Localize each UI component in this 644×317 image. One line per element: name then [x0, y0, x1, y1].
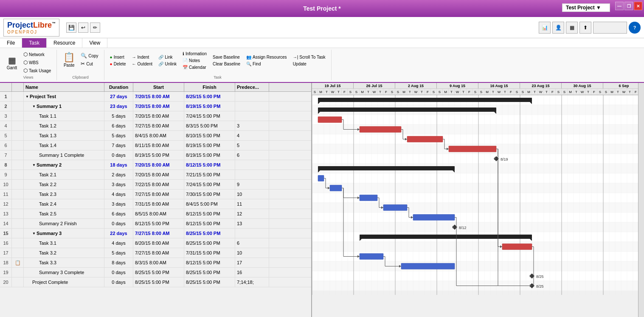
table-row[interactable]: 14 Summary 2 Finish 0 days 8/12/15 5:00 … [0, 219, 311, 229]
information-button[interactable]: ℹ Information [180, 51, 209, 57]
save-quick-button[interactable]: 💾 [66, 23, 76, 33]
table-row[interactable]: 6 Task 1.4 7 days 8/11/15 8:00 AM 8/19/1… [0, 141, 311, 150]
cut-button[interactable]: ✂ Cut [79, 60, 100, 68]
cell-finish: 8/10/15 5:00 PM [184, 131, 235, 140]
cell-start: 7/27/15 8:00 AM [133, 229, 184, 238]
cell-icon [12, 248, 24, 258]
cell-duration: 3 days [104, 180, 133, 189]
table-row[interactable]: 4 Task 1.2 6 days 7/27/15 8:00 AM 8/3/15… [0, 121, 311, 131]
cell-start: 7/20/15 8:00 AM [133, 92, 184, 101]
cell-start: 8/20/15 8:00 AM [133, 238, 184, 248]
wbs-view-button[interactable]: ⬡ WBS [21, 59, 53, 66]
table-row[interactable]: 7 Summary 1 Complete 0 days 8/19/15 5:00… [0, 150, 311, 160]
notes-button[interactable]: 📄 Notes [180, 57, 209, 64]
cell-finish: 8/12/15 5:00 PM [184, 258, 235, 267]
table-row[interactable]: 9 Task 2.1 2 days 7/20/15 8:00 AM 7/21/1… [0, 170, 311, 180]
cell-icon [12, 150, 24, 160]
assign-resources-button[interactable]: 👥 Assign Resources [244, 54, 289, 60]
scroll-to-task-button[interactable]: →| Scroll To Task [291, 54, 328, 60]
col-header-icon [12, 83, 24, 91]
table-row[interactable]: 10 Task 2.2 3 days 7/22/15 8:00 AM 7/24/… [0, 180, 311, 190]
cell-pred [235, 170, 269, 179]
restore-button[interactable]: ❐ [624, 2, 633, 10]
cell-name: ▼ Summary 2 [24, 160, 104, 170]
table-row[interactable]: 15 ▼ Summary 3 22 days 7/27/15 8:00 AM 8… [0, 229, 311, 238]
cell-icon [12, 121, 24, 130]
cell-start: 7/20/15 8:00 AM [133, 111, 184, 121]
network-view-button[interactable]: ⬡ Network [21, 51, 53, 58]
gantt-chart: 19 Jul 1526 Jul 152 Aug 159 Aug 1516 Aug… [312, 83, 644, 317]
svg-rect-18 [312, 271, 644, 281]
tab-task[interactable]: Task [22, 38, 47, 48]
tab-view[interactable]: View [82, 38, 107, 48]
undo-button[interactable]: ↩ [78, 23, 88, 33]
table-row[interactable]: 2 ▼ Summary 1 23 days 7/20/15 8:00 AM 8/… [0, 102, 311, 111]
gantt-view-button[interactable]: ▦ Gantt [3, 54, 20, 71]
table-row[interactable]: 18 📋 Task 3.3 8 days 8/3/15 8:00 AM 8/12… [0, 258, 311, 268]
svg-rect-95 [413, 215, 455, 221]
svg-text:8/25: 8/25 [536, 275, 544, 279]
table-row[interactable]: 5 Task 1.3 5 days 8/4/15 8:00 AM 8/10/15… [0, 131, 311, 141]
cell-name: Task 3.2 [24, 248, 104, 258]
svg-rect-98 [360, 235, 532, 239]
cell-finish: 8/12/15 5:00 PM [184, 160, 235, 170]
cell-start: 8/4/15 8:00 AM [133, 131, 184, 140]
copy-button[interactable]: 🔍 Copy [79, 52, 100, 59]
unlink-button[interactable]: 🔗 Unlink [156, 61, 179, 67]
cell-icon [12, 111, 24, 121]
search-field[interactable] [593, 22, 627, 34]
table-row[interactable]: 13 Task 2.5 6 days 8/5/15 8:00 AM 8/12/1… [0, 209, 311, 219]
table-row[interactable]: 1 ▼ Project Test 27 days 7/20/15 8:00 AM… [0, 92, 311, 102]
clear-baseline-button[interactable]: Clear Baseline [211, 61, 242, 67]
table-row[interactable]: 19 Summary 3 Complete 0 days 8/25/15 5:0… [0, 268, 311, 277]
tab-resource[interactable]: Resource [47, 38, 82, 48]
table-row[interactable]: 12 Task 2.4 3 days 7/31/15 8:00 AM 8/4/1… [0, 199, 311, 209]
find-button[interactable]: 🔍 Find [244, 61, 289, 67]
chart-icon-btn[interactable]: 📊 [539, 22, 551, 34]
table-row[interactable]: 8 ▼ Summary 2 18 days 7/20/15 8:00 AM 8/… [0, 160, 311, 170]
person-icon-btn[interactable]: 👤 [552, 22, 564, 34]
cell-num: 17 [0, 248, 12, 258]
cell-icon [12, 209, 24, 218]
cell-num: 8 [0, 160, 12, 170]
help-button[interactable]: ? [629, 22, 641, 34]
table-row[interactable]: 3 Task 1.1 5 days 7/20/15 8:00 AM 7/24/1… [0, 111, 311, 121]
export-icon-btn[interactable]: ⬆ [579, 22, 591, 34]
tab-file[interactable]: File [0, 38, 22, 48]
quick-access-toolbar: 💾 ↩ ✏ [66, 23, 100, 33]
gantt-scrollbar[interactable] [638, 83, 644, 317]
indent-button[interactable]: → Indent [130, 54, 155, 60]
cell-icon [12, 141, 24, 150]
table-row[interactable]: 17 Task 3.2 5 days 7/27/15 8:00 AM 7/31/… [0, 248, 311, 258]
cell-finish: 8/25/15 5:00 PM [184, 238, 235, 248]
app-logo: ProjectLibre™ OPENPROJ [3, 19, 59, 37]
table-row[interactable]: 20 Project Complete 0 days 8/25/15 5:00 … [0, 277, 311, 287]
redo-button[interactable]: ✏ [90, 23, 100, 33]
cell-num: 5 [0, 131, 12, 140]
task-usage-button[interactable]: ⬡ Task Usage [21, 67, 53, 74]
link-button[interactable]: 🔗 Link [156, 54, 179, 60]
update-button[interactable]: Update [291, 61, 328, 67]
grid-icon-btn[interactable]: ▦ [566, 22, 578, 34]
cell-pred: 6 [235, 150, 269, 160]
project-selector[interactable]: Test Project ▼ [562, 3, 610, 12]
cell-finish: 8/25/15 5:00 PM [184, 229, 235, 238]
outdent-button[interactable]: ← Outdent [130, 61, 155, 67]
delete-button[interactable]: ● Delete [108, 61, 128, 67]
cell-finish: 8/25/15 5:00 PM [184, 268, 235, 277]
cell-start: 8/19/15 5:00 PM [133, 150, 184, 160]
table-row[interactable]: 16 Task 3.1 4 days 8/20/15 8:00 AM 8/25/… [0, 238, 311, 248]
cell-name: ▼ Summary 1 [24, 102, 104, 111]
save-baseline-button[interactable]: Save Baseline [211, 54, 242, 60]
minimize-button[interactable]: — [615, 2, 624, 10]
paste-button[interactable]: 📋 Paste [60, 51, 78, 69]
calendar-button[interactable]: 📅 Calendar [180, 64, 209, 71]
insert-button[interactable]: ● Insert [108, 54, 128, 60]
svg-text:8/25: 8/25 [536, 284, 544, 289]
cell-duration: 27 days [104, 92, 133, 101]
cell-pred: 16 [235, 268, 269, 277]
cell-pred [235, 229, 269, 238]
cell-num: 12 [0, 199, 12, 209]
table-row[interactable]: 11 Task 2.3 4 days 7/27/15 8:00 AM 7/30/… [0, 190, 311, 199]
close-button[interactable]: ✕ [634, 2, 642, 10]
